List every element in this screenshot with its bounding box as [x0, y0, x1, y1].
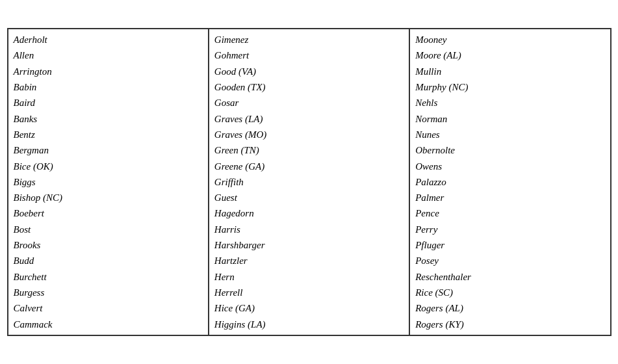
list-item: Higgins (LA): [214, 317, 404, 332]
list-item: Guest: [214, 190, 404, 205]
list-item: Posey: [415, 253, 604, 268]
list-item: Rice (SC): [415, 285, 604, 300]
list-item: Harris: [214, 222, 404, 237]
list-item: Aderholt: [14, 32, 203, 47]
list-item: Mullin: [415, 64, 604, 79]
list-item: Palazzo: [415, 174, 604, 190]
list-item: Perry: [415, 222, 604, 237]
list-item: Herrell: [214, 285, 404, 300]
list-item: Calvert: [14, 300, 203, 316]
list-item: Nunes: [415, 127, 604, 142]
list-item: Pfluger: [415, 237, 604, 253]
list-item: Norman: [415, 111, 604, 127]
list-item: Graves (MO): [214, 127, 404, 142]
list-item: Hice (GA): [214, 300, 404, 316]
list-item: Nehls: [415, 95, 604, 110]
column-2: GimenezGohmertGood (VA)Gooden (TX)GosarG…: [209, 29, 410, 335]
list-item: Cammack: [14, 317, 203, 332]
list-item: Mooney: [415, 32, 604, 47]
list-item: Babin: [14, 79, 203, 95]
column-3: MooneyMoore (AL)MullinMurphy (NC)NehlsNo…: [410, 29, 610, 335]
list-item: Baird: [14, 95, 203, 110]
list-item: Green (TN): [214, 142, 404, 158]
list-item: Harshbarger: [214, 237, 404, 253]
list-item: Biggs: [14, 174, 203, 190]
list-item: Arrington: [14, 64, 203, 79]
list-item: Owens: [415, 159, 604, 174]
list-item: Bost: [14, 222, 203, 237]
list-item: Bentz: [14, 127, 203, 142]
list-item: Gosar: [214, 95, 404, 110]
list-item: Moore (AL): [415, 47, 604, 63]
list-item: Reschenthaler: [415, 269, 604, 285]
list-item: Boebert: [14, 205, 203, 221]
list-item: Burgess: [14, 285, 203, 300]
list-item: Murphy (NC): [415, 79, 604, 95]
list-item: Palmer: [415, 190, 604, 205]
main-table: AderholtAllenArringtonBabinBairdBanksBen…: [7, 28, 612, 336]
list-item: Pence: [415, 205, 604, 221]
list-item: Obernolte: [415, 142, 604, 158]
list-item: Graves (LA): [214, 111, 404, 127]
column-1: AderholtAllenArringtonBabinBairdBanksBen…: [8, 29, 209, 335]
list-item: Allen: [14, 47, 203, 63]
list-item: Burchett: [14, 269, 203, 285]
list-item: Greene (GA): [214, 159, 404, 174]
list-item: Brooks: [14, 237, 203, 253]
list-item: Bergman: [14, 142, 203, 158]
list-item: Bice (OK): [14, 159, 203, 174]
list-item: Good (VA): [214, 64, 404, 79]
list-item: Rogers (AL): [415, 300, 604, 316]
list-item: Griffith: [214, 174, 404, 190]
list-item: Hern: [214, 269, 404, 285]
list-item: Hartzler: [214, 253, 404, 268]
list-item: Gooden (TX): [214, 79, 404, 95]
list-item: Gimenez: [214, 32, 404, 47]
list-item: Budd: [14, 253, 203, 268]
list-item: Banks: [14, 111, 203, 127]
list-item: Bishop (NC): [14, 190, 203, 205]
list-item: Rogers (KY): [415, 317, 604, 332]
list-item: Gohmert: [214, 47, 404, 63]
list-item: Hagedorn: [214, 205, 404, 221]
